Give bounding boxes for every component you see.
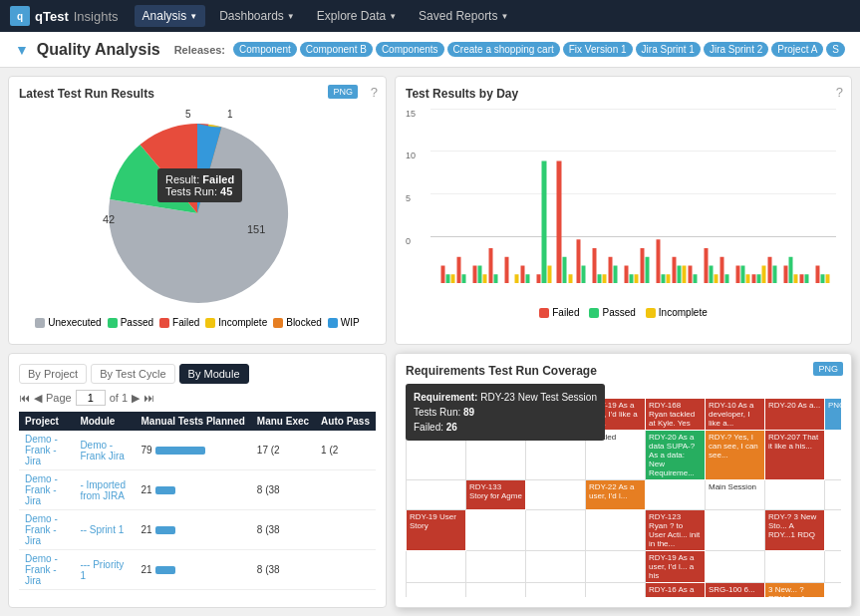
bar-group-2 xyxy=(473,266,487,284)
legend-incomplete: Incomplete xyxy=(205,317,267,328)
release-tag-jira-sprint1[interactable]: Jira Sprint 1 xyxy=(636,42,701,57)
heatmap-cell[interactable]: RDY-207 That it like a his... xyxy=(765,431,825,480)
page-number-input[interactable] xyxy=(76,390,106,406)
tab-by-module[interactable]: By Module xyxy=(179,364,249,384)
heatmap-cell[interactable] xyxy=(466,551,526,583)
bar-legend-failed: Failed xyxy=(539,307,579,318)
last-page-button[interactable]: ⏭ xyxy=(143,392,154,404)
release-tag-component-b[interactable]: Component B xyxy=(300,42,373,57)
heatmap-cell[interactable]: SRG-100 6... xyxy=(706,583,765,598)
progress-bar xyxy=(155,486,175,494)
heatmap-cell[interactable] xyxy=(706,510,765,551)
bar-card-title: Test Results by Day xyxy=(406,87,841,101)
heatmap-cell[interactable]: RDY-20 As a... xyxy=(765,399,825,431)
heatmap-cell[interactable]: RDY-22 As a user, I'd l... xyxy=(586,480,646,510)
heatmap-cell[interactable]: PNG xyxy=(825,399,842,431)
filter-icon[interactable]: ▼ xyxy=(15,42,29,58)
heatmap-cell[interactable] xyxy=(526,551,586,583)
tab-by-test-cycle[interactable]: By Test Cycle xyxy=(91,364,174,384)
heatmap-cell[interactable] xyxy=(825,583,842,598)
col-auto-pass: Auto Pass xyxy=(315,412,376,431)
svg-rect-38 xyxy=(667,274,671,283)
heatmap-cell[interactable] xyxy=(825,480,842,510)
top-navigation: q qTest Insights Analysis ▼ Dashboards ▼… xyxy=(0,0,860,32)
help-icon[interactable]: ? xyxy=(371,85,378,100)
svg-rect-24 xyxy=(577,239,581,283)
heatmap-cell[interactable] xyxy=(407,480,466,510)
heatmap-cell[interactable] xyxy=(407,583,466,598)
bar-legend: Failed Passed Incomplete xyxy=(406,307,841,318)
heatmap-cell[interactable]: 3 New... ? RDY A... 1 RDQ A L... A... xyxy=(765,583,825,598)
bar-help-icon[interactable]: ? xyxy=(836,85,843,100)
legend-blocked: Blocked xyxy=(273,317,322,328)
release-tag-component[interactable]: Component xyxy=(233,42,297,57)
heatmap-cell[interactable] xyxy=(466,583,526,598)
legend-dot-incomplete xyxy=(205,318,215,328)
release-tag-components[interactable]: Components xyxy=(376,42,444,57)
heatmap-cell[interactable] xyxy=(466,510,526,551)
heatmap-cell[interactable] xyxy=(586,510,646,551)
heatmap-cell[interactable] xyxy=(526,583,586,598)
nav-analysis[interactable]: Analysis ▼ xyxy=(135,5,206,27)
chevron-down-icon: ▼ xyxy=(500,12,508,21)
svg-rect-16 xyxy=(521,266,525,284)
heatmap-cell[interactable]: RDY-19 As a user, I'd l... a his xyxy=(646,551,706,583)
bar-group-7 xyxy=(557,161,573,284)
release-tag-fix-version[interactable]: Fix Version 1 xyxy=(563,42,633,57)
heatmap-cell[interactable] xyxy=(646,480,706,510)
heatmap-cell[interactable]: Main Session xyxy=(706,480,765,510)
svg-rect-33 xyxy=(635,274,639,283)
heatmap-cell[interactable] xyxy=(407,551,466,583)
heatmap-cell[interactable]: RDY-133 Story for Agme xyxy=(466,480,526,510)
heatmap-cell[interactable]: RDY-123 Ryan ? to User Acti... init in t… xyxy=(646,510,706,551)
heatmap-cell[interactable]: RDY-? Yes, I can see, I can see... xyxy=(706,431,765,480)
svg-text:5: 5 xyxy=(185,109,191,120)
first-page-button[interactable]: ⏮ xyxy=(19,392,30,404)
release-tag-jira-sprint2[interactable]: Jira Sprint 2 xyxy=(704,42,768,57)
heatmap-cell[interactable]: RDY-19 User Story xyxy=(407,510,466,551)
heatmap-cell[interactable]: RDY-20 As a data SUPA-? As a data: New R… xyxy=(646,431,706,480)
heatmap-cell[interactable] xyxy=(765,480,825,510)
coverage-card: Requirements Test Run Coverage PNG Requi… xyxy=(395,353,852,608)
cell-auto: 1 (2 xyxy=(315,431,376,470)
nav-dashboards[interactable]: Dashboards ▼ xyxy=(211,5,303,27)
page-of-label: of 1 xyxy=(110,392,128,404)
nav-explore-data[interactable]: Explore Data ▼ xyxy=(309,5,405,27)
svg-rect-61 xyxy=(805,274,809,283)
svg-rect-46 xyxy=(715,274,718,283)
heatmap-cell[interactable]: RDY-? 3 New Sto... A RDY...1 RDQ xyxy=(765,510,825,551)
tab-by-project[interactable]: By Project xyxy=(19,364,87,384)
bar-group-0 xyxy=(441,266,455,284)
release-tag-create-shopping-cart[interactable]: Create a shopping cart xyxy=(447,42,560,57)
next-page-button[interactable]: ▶ xyxy=(132,392,140,405)
heatmap-cell[interactable] xyxy=(825,510,842,551)
prev-page-button[interactable]: ◀ xyxy=(34,392,42,405)
heatmap-cell[interactable]: RDY-16 As a use, we can final... xyxy=(646,583,706,598)
svg-rect-45 xyxy=(710,266,714,284)
svg-rect-64 xyxy=(826,274,830,283)
release-tags: Component Component B Components Create … xyxy=(233,42,845,57)
heatmap-cell[interactable] xyxy=(526,480,586,510)
heatmap-cell[interactable] xyxy=(586,551,646,583)
cell-module: -- Sprint 1 xyxy=(74,510,135,550)
svg-rect-42 xyxy=(689,266,693,284)
coverage-png-button[interactable]: PNG xyxy=(813,362,843,376)
heatmap-cell[interactable]: RDY-10 As a developer, I like a... xyxy=(706,399,765,431)
svg-rect-58 xyxy=(789,257,793,283)
svg-rect-21 xyxy=(557,161,562,284)
png-export-button[interactable]: PNG xyxy=(328,85,358,99)
heatmap-cell[interactable] xyxy=(706,551,765,583)
release-tag-project-a[interactable]: Project A xyxy=(771,42,823,57)
legend-dot-incomplete xyxy=(646,308,656,318)
heatmap-cell[interactable]: RDY-168 Ryan tackled at Kyle. Yes xyxy=(646,399,706,431)
y-label-5: 5 xyxy=(406,193,411,203)
svg-rect-4 xyxy=(441,266,445,284)
heatmap-cell[interactable] xyxy=(586,583,646,598)
svg-rect-17 xyxy=(526,274,530,283)
heatmap-cell[interactable] xyxy=(765,551,825,583)
nav-saved-reports[interactable]: Saved Reports ▼ xyxy=(411,5,516,27)
release-tag-s[interactable]: S xyxy=(826,42,845,57)
heatmap-cell[interactable] xyxy=(825,551,842,583)
heatmap-cell[interactable] xyxy=(526,510,586,551)
heatmap-cell[interactable] xyxy=(825,431,842,480)
